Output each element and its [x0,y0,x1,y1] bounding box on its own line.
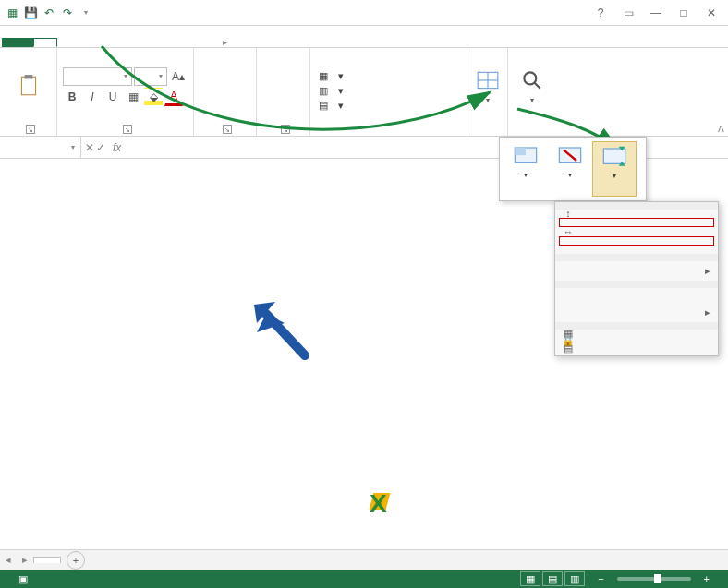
editing-button[interactable]: ▾ [516,66,549,105]
undo-icon[interactable]: ↶ [41,5,57,21]
cancel-formula-icon[interactable]: ✕ [85,141,94,154]
view-page-layout-icon[interactable]: ▤ [542,571,563,586]
menu-lock-cell[interactable]: 🔒 [555,337,718,344]
zoom-slider[interactable] [617,577,691,581]
menu-format-cells[interactable]: ▤ [555,344,718,352]
font-color-button[interactable]: A [164,88,183,106]
sheet-nav-next-icon[interactable]: ▸ [17,554,33,566]
zoom-in-button[interactable]: + [704,573,710,584]
menu-hide-unhide[interactable]: ▸ [555,261,718,281]
tab-home[interactable] [33,38,57,47]
tab-data[interactable] [129,38,153,47]
menu-header-organize [555,281,718,288]
watermark-logo: X [370,489,389,519]
tab-review[interactable] [153,38,177,47]
qat-customize-icon[interactable]: ▾ [78,5,94,21]
enter-formula-icon[interactable]: ✓ [96,141,105,154]
view-page-break-icon[interactable]: ▥ [564,571,585,586]
insert-cells-button[interactable]: ▾ [504,141,548,197]
format-cells-icon: ▤ [561,342,576,354]
svg-line-6 [534,82,540,89]
tab-view[interactable] [177,38,201,47]
menu-default-width[interactable] [555,246,718,254]
menu-protect-sheet[interactable]: ▦ [555,330,718,337]
underline-button[interactable]: U [103,88,122,106]
sheet-tab[interactable] [33,557,61,563]
tab-insert[interactable] [57,38,81,47]
menu-row-height[interactable]: ↕ [555,210,718,217]
font-size-select[interactable]: ▾ [134,67,167,86]
delete-cells-button[interactable]: ▾ [548,141,592,197]
tab-developer[interactable] [201,38,218,47]
maximize-button[interactable]: □ [671,3,697,23]
tab-formulas[interactable] [105,38,129,47]
menu-rename-sheet[interactable] [555,288,718,295]
paste-button[interactable] [12,67,45,106]
redo-icon[interactable]: ↷ [59,5,76,21]
zoom-out-button[interactable]: − [598,573,603,584]
fx-icon[interactable]: fx [109,141,125,154]
svg-rect-11 [603,149,625,163]
conditional-formatting-button[interactable]: ▦ ▾ [316,70,461,82]
name-box[interactable]: ▾ [0,137,81,158]
tab-scroll-right-icon[interactable]: ▸ [218,37,231,47]
sheet-nav-prev-icon[interactable]: ◂ [0,554,17,566]
cells-button[interactable]: ▾ [471,66,504,105]
number-launcher-icon[interactable]: ↘ [281,125,290,134]
close-button[interactable]: ✕ [698,3,724,23]
menu-header-visibility [555,254,718,261]
fill-color-button[interactable]: ⬙ [144,88,163,106]
menu-header-protection [555,322,718,330]
font-launcher-icon[interactable]: ↘ [123,125,132,134]
tab-page-layout[interactable] [81,38,105,47]
add-sheet-button[interactable]: + [67,551,85,570]
collapse-ribbon-icon[interactable]: ᐱ [718,124,724,134]
cell-styles-button[interactable]: ▤ ▾ [316,100,461,112]
font-name-select[interactable]: ▾ [63,67,132,86]
bold-button[interactable]: B [63,88,81,106]
help-icon[interactable]: ? [588,3,613,23]
border-button[interactable]: ▦ [124,88,142,106]
macro-record-icon[interactable]: ▣ [18,573,28,585]
conditional-formatting-icon: ▦ [316,70,331,82]
menu-autofit-row-height[interactable] [559,218,714,227]
menu-autofit-column-width[interactable] [559,236,714,246]
cell-styles-icon: ▤ [316,100,331,112]
view-normal-icon[interactable]: ▦ [520,571,540,586]
ribbon-opts-icon[interactable]: ▭ [615,3,641,23]
menu-header-cell-size [555,202,718,210]
format-cells-button[interactable]: ▾ [592,141,637,197]
svg-rect-1 [24,75,32,78]
svg-rect-0 [21,77,35,95]
excel-app-icon: ▦ [4,5,20,21]
italic-button[interactable]: I [83,88,102,106]
save-icon[interactable]: 💾 [22,5,39,21]
alignment-launcher-icon[interactable]: ↘ [223,125,232,134]
format-as-table-button[interactable]: ▥ ▾ [316,85,461,97]
menu-column-width[interactable]: ↔ [555,228,718,235]
minimize-button[interactable]: — [643,3,669,23]
menu-move-copy-sheet[interactable] [555,295,718,303]
clipboard-launcher-icon[interactable]: ↘ [26,125,35,134]
menu-tab-color[interactable]: ▸ [555,303,718,322]
tab-file[interactable] [2,38,33,47]
grow-font-icon[interactable]: A▴ [169,67,188,86]
format-as-table-icon: ▥ [316,85,331,97]
svg-rect-8 [515,148,526,155]
